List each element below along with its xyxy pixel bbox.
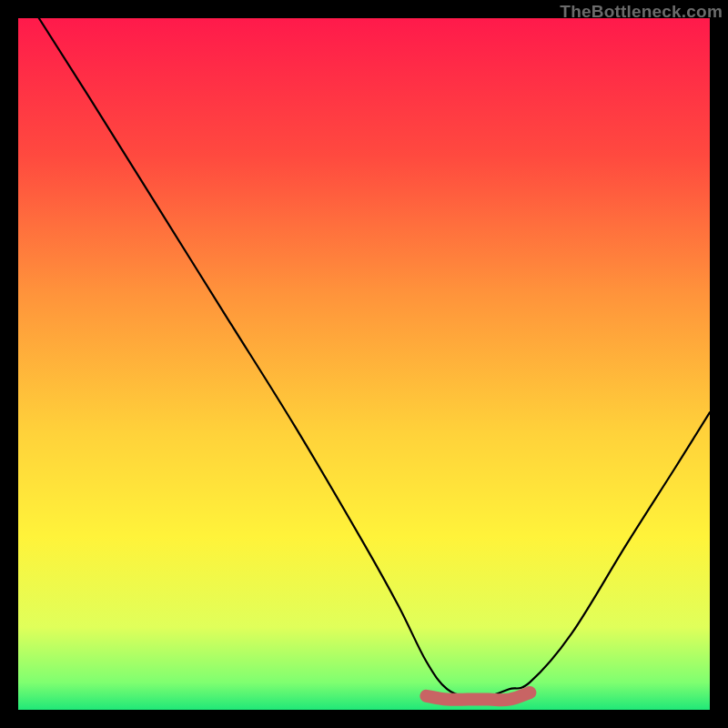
optimal-range-band: [426, 693, 530, 700]
bottleneck-curve: [39, 18, 710, 697]
plot-area: [18, 18, 710, 710]
chart-container: TheBottleneck.com: [0, 0, 728, 728]
curve-layer: [18, 18, 710, 710]
